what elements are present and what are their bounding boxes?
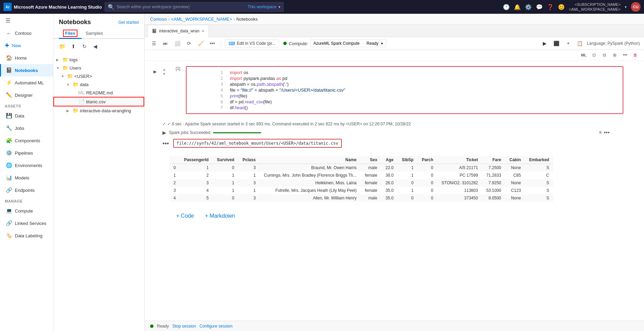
sidebar-item-notebooks[interactable]: 📓 Notebooks [0,64,53,76]
hamburger-nb-btn[interactable]: ☰ [149,39,159,48]
upload-btn[interactable]: ⬆ [68,42,78,51]
refresh-btn[interactable]: ↻ [80,42,89,51]
add-cell-tb-btn[interactable]: ＋ [563,39,573,48]
run-cell-btn[interactable]: ▶ [540,39,550,48]
tab-samples[interactable]: Samples [82,29,107,39]
workspace-filter-label[interactable]: This workspace [248,4,276,9]
tree-item-titanic-csv[interactable]: ▶ 📄 titanic.csv [53,97,144,106]
collapse-btn[interactable]: ◀ [91,42,100,51]
account-dropdown-icon[interactable]: ▾ [625,5,627,9]
sidebar-item-linked-services[interactable]: 🔗 Linked Services [0,217,53,229]
sidebar-back-contoso[interactable]: ← Contoso [0,27,53,39]
subscription-name: <SUBSCRIPTION_NAME> [569,2,621,7]
tab-files[interactable]: Files [59,29,82,39]
manage-group-label: Manage [0,196,53,205]
more-btn[interactable]: ••• [207,39,218,48]
df-cell-4-sex: male [361,194,381,202]
get-started-link[interactable]: Get started [118,20,139,25]
sidebar-data-label: Data [15,113,24,118]
compute-sep: - [362,41,364,46]
tab-close-btn[interactable]: ✕ [201,29,204,33]
cell-play-btn[interactable]: ▶ [151,68,158,75]
add-markdown-btn[interactable]: + Markdown [202,211,238,220]
df-col-ticket: Ticket [437,156,482,164]
cell-down-btn[interactable]: ▼ [162,72,166,76]
cell-more-tb-btn[interactable]: ••• [621,51,630,60]
compute-select[interactable]: AzureML Spark Compute - Ready ▾ [310,40,386,47]
clear-btn[interactable]: 🧹 [196,39,206,48]
file-panel-header: Notebooks Get started [53,14,144,29]
search-input[interactable] [117,4,246,9]
avatar[interactable]: CU [631,2,641,12]
stop-session-link[interactable]: Stop session [172,324,196,329]
cell-expand-btn[interactable]: ⊡ [590,51,599,60]
df-cell-0-cabin: None [505,164,525,172]
sidebar-item-components[interactable]: 🧩 Components [0,134,53,147]
output-more-icon[interactable]: ••• [604,130,610,136]
code-block-1[interactable]: 1 import os 2 import pyspark.pandas as p… [186,66,623,114]
sidebar-item-environments[interactable]: 🌐 Environments [0,159,53,172]
sidebar-item-endpoints[interactable]: 🔗 Endpoints [0,184,53,196]
stop-cell-btn[interactable]: ⬛ [552,39,561,48]
sidebar-item-data[interactable]: 💾 Data [0,110,53,122]
cell-delete-btn[interactable]: 🗑 [631,51,640,60]
tree-item-data[interactable]: ▼ 📁 data [53,80,144,89]
cell-collapse-btn[interactable]: ⊟ [600,51,609,60]
smiley-icon[interactable]: 😊 [558,4,565,10]
workspace-dropdown-icon[interactable]: ▾ [278,5,281,9]
cell-up-btn[interactable]: ▲ [162,68,166,71]
sidebar-item-jobs[interactable]: 🔧 Jobs [0,122,53,134]
sidebar-item-designer[interactable]: ✏️ Designer [0,89,53,101]
sidebar-item-pipelines[interactable]: ⚙️ Pipelines [0,147,53,159]
df-cell-3-name: Futrelle, Mrs. Jacques Heath (Lily May P… [260,187,361,194]
df-cell-2-ticket: STON/O2. 3101282 [437,179,482,187]
sidebar-item-data-labeling[interactable]: 🏷️ Data Labeling [0,229,53,242]
code-line-2: 2 import pyspark.pandas as pd [187,75,623,81]
sidebar-new-button[interactable]: ✚ New [0,39,53,52]
sidebar-jobs-label: Jobs [15,126,24,131]
compute-dropdown-icon[interactable]: ▾ [381,41,383,46]
breadcrumb-notebooks: Notebooks [236,17,258,22]
breadcrumb-workspace[interactable]: <AML_WORKSPACE_NAME> [171,17,232,22]
vs-code-btn[interactable]: ⌨ Edit in VS Code (pr... [225,40,279,48]
cell-split-btn[interactable]: ⊞ [610,51,619,60]
tree-arrow-logs: ▶ [56,58,61,62]
df-col-idx [169,156,180,164]
sidebar-item-automated-ml[interactable]: ⚡ Automated ML [0,76,53,89]
code-lines: 1 import os 2 import pyspark.pandas as p… [187,67,623,113]
hamburger-menu[interactable]: ☰ [0,14,53,27]
tree-item-readme[interactable]: ▶ ML README.md [53,89,144,97]
run-all-btn[interactable]: ⏭ [160,39,171,48]
new-folder-btn[interactable]: 📁 [57,42,67,51]
settings-icon[interactable]: ⚙️ [525,4,532,10]
search-bar[interactable]: 🔍 This workspace ▾ [105,2,284,12]
df-cell-0-age: 22.0 [381,164,398,172]
restart-btn[interactable]: ⟳ [184,39,194,48]
sidebar-item-models[interactable]: 📊 Models [0,172,53,184]
toolbar-sep-1 [221,40,221,47]
cell-ml-btn[interactable]: ML [579,51,588,60]
feedback-icon[interactable]: 💬 [536,4,543,10]
sidebar-item-home[interactable]: 🏠 Home [0,52,53,64]
notebooks-icon: 📓 [6,67,12,73]
add-code-btn[interactable]: + Code [173,211,197,220]
tree-item-users[interactable]: ▼ 📁 Users [53,64,144,72]
configure-session-link[interactable]: Configure session [199,324,232,329]
clock-icon[interactable]: 🕐 [503,4,510,10]
sidebar-pipelines-label: Pipelines [15,151,33,156]
notebook-tab-interactive[interactable]: 📓 interactive_data_wran ✕ [147,25,209,37]
breadcrumb-contoso[interactable]: Contoso [150,17,167,22]
df-col-sibsp: SibSp [398,156,418,164]
interrupt-btn[interactable]: ⬜ [172,39,182,48]
tree-item-logs[interactable]: ▶ 📁 logs [53,55,144,64]
output-list-icon[interactable]: ≡ [599,130,602,136]
account-info: <SUBSCRIPTION_NAME> <AML_WORKSPACE_NAME> [569,2,621,12]
cell-more-dots[interactable]: ••• [162,140,169,147]
copy-cell-btn[interactable]: 📋 [575,39,585,48]
help-icon[interactable]: ❓ [547,4,554,10]
tree-item-interactive-data[interactable]: ▶ 📁 interactive-data-wrangling [53,106,144,115]
tree-item-user[interactable]: ▼ 📁 <USER> [53,72,144,80]
sidebar-item-compute[interactable]: 💻 Compute [0,205,53,217]
bell-icon[interactable]: 🔔 [514,4,521,10]
data-labeling-icon: 🏷️ [6,232,12,239]
